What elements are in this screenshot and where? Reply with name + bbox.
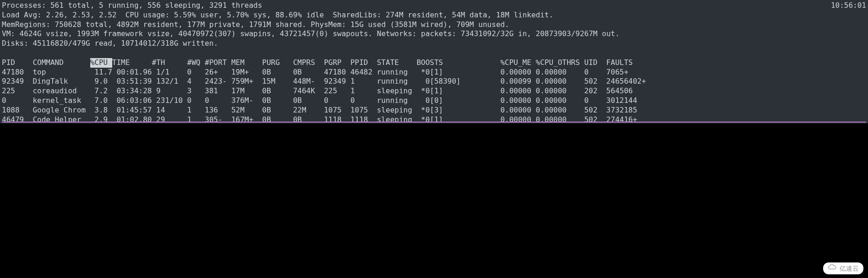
cell-pid: 46479: [2, 115, 33, 122]
clock-time: 10:56:01: [831, 1, 866, 11]
cell-command: kernel_task: [33, 96, 90, 106]
cell-cmprs: 0B: [293, 96, 324, 106]
cell-command: top: [33, 68, 90, 77]
cell-faults: 7065+: [606, 68, 650, 77]
cell-cpuothrs: 0.00000: [536, 96, 584, 106]
cell-pgrp: 92349: [324, 77, 350, 86]
cell-cpu: 2.9: [90, 115, 112, 122]
col-boosts: BOOSTS: [416, 58, 500, 68]
cell-ppid: 46482: [350, 68, 377, 77]
cell-purg: 0B: [262, 96, 293, 106]
cell-boosts: 0[0]: [416, 96, 500, 106]
cell-command: DingTalk: [33, 77, 90, 86]
col-pgrp: PGRP: [324, 58, 350, 68]
process-table-body: 47180top 11.7 00:01.96 1/1026+19M+0B0B47…: [2, 68, 866, 123]
cell-faults: 3012144: [606, 96, 650, 106]
cell-ppid: 1: [350, 77, 377, 86]
cell-pid: 92349: [2, 77, 33, 86]
cell-mem: 167M+: [231, 115, 262, 122]
col-cmprs: CMPRS: [293, 58, 324, 68]
summary-load-cpu: Load Avg: 2.26, 2.53, 2.52 CPU usage: 5.…: [2, 11, 866, 20]
cell-purg: 15M: [262, 77, 293, 86]
cell-pgrp: 1118: [324, 115, 350, 122]
cell-wq: 4: [187, 77, 205, 86]
cell-cmprs: 0B: [293, 115, 324, 122]
cell-pgrp: 1075: [324, 106, 350, 115]
cell-faults: 3732185: [606, 106, 650, 115]
cell-mem: 759M+: [231, 77, 262, 86]
cell-uid: 0: [584, 68, 606, 77]
col-pid: PID: [2, 58, 33, 68]
watermark-text: 亿速云: [840, 264, 859, 273]
cell-pid: 0: [2, 96, 33, 106]
cell-boosts: *0[1]: [416, 68, 500, 77]
cell-time: 03:34:28: [112, 86, 152, 96]
cell-pgrp: 0: [324, 96, 350, 106]
cell-pid: 1088: [2, 106, 33, 115]
cell-pgrp: 225: [324, 86, 350, 96]
cell-th: 14: [152, 106, 187, 115]
cell-cpume: 0.00000: [500, 86, 535, 96]
cell-boosts: *0[1]: [416, 115, 500, 122]
cell-cpu: 3.8: [90, 106, 112, 115]
cell-uid: 0: [584, 96, 606, 106]
cell-wq: 0: [187, 68, 205, 77]
col-wq: #WQ: [187, 58, 205, 68]
cell-cpuothrs: 0.00000: [536, 68, 584, 77]
col-purg: PURG: [262, 58, 293, 68]
cell-faults: 274416+: [606, 115, 650, 122]
cell-mem: 19M+: [231, 68, 262, 77]
table-row: 1088Google Chrom 3.8 01:45:57 14113652M0…: [2, 106, 866, 115]
col-faults: FAULTS: [606, 58, 650, 68]
cell-faults: 24656402+: [606, 77, 650, 86]
cloud-icon: [828, 264, 837, 273]
cell-port: 136: [205, 106, 231, 115]
table-row: 225coreaudiod 7.2 03:34:28 9338117M0B746…: [2, 86, 866, 96]
table-row: 46479Code Helper 2.9 01:02.80 291305-167…: [2, 115, 866, 123]
cell-uid: 502: [584, 77, 606, 86]
cell-cpume: 0.00000: [500, 68, 535, 77]
col-cpu-sorted: %CPU: [90, 58, 112, 68]
cell-state: sleeping: [377, 106, 417, 115]
cell-uid: 502: [584, 115, 606, 122]
cell-port: 0: [205, 96, 231, 106]
cell-th: 9: [152, 86, 187, 96]
table-row: 92349DingTalk 9.0 03:51:39 132/142423-75…: [2, 77, 866, 86]
cell-cpume: 0.00000: [500, 96, 535, 106]
table-row: 0kernel_task 7.0 06:03:06 231/1000376M-0…: [2, 96, 866, 106]
cell-state: running: [377, 68, 417, 77]
blank-line: [2, 48, 866, 58]
cell-ppid: 1: [350, 86, 377, 96]
col-uid: UID: [584, 58, 606, 68]
cell-state: sleeping: [377, 86, 417, 96]
cell-cmprs: 7464K: [293, 86, 324, 96]
cell-pgrp: 47180: [324, 68, 350, 77]
cell-cpu: 7.0: [90, 96, 112, 106]
cell-cpuothrs: 0.00000: [536, 115, 584, 122]
cell-wq: 1: [187, 115, 205, 122]
cell-mem: 52M: [231, 106, 262, 115]
cell-cpu: 11.7: [90, 68, 112, 77]
col-ppid: PPID: [350, 58, 377, 68]
col-mem: MEM: [231, 58, 262, 68]
col-th: #TH: [152, 58, 187, 68]
cell-port: 305-: [205, 115, 231, 122]
cell-port: 2423-: [205, 77, 231, 86]
cell-uid: 502: [584, 106, 606, 115]
summary-processes-line: Processes: 561 total, 5 running, 556 sle…: [2, 1, 866, 11]
cell-port: 381: [205, 86, 231, 96]
cell-th: 231/10: [152, 96, 187, 106]
cell-state: running: [377, 77, 417, 86]
cell-command: coreaudiod: [33, 86, 90, 96]
cell-boosts: *0[3]: [416, 106, 500, 115]
cell-cpume: 0.00000: [500, 115, 535, 122]
cell-cmprs: 448M-: [293, 77, 324, 86]
cell-cpu: 7.2: [90, 86, 112, 96]
cell-purg: 0B: [262, 68, 293, 77]
cell-port: 26+: [205, 68, 231, 77]
cell-wq: 1: [187, 106, 205, 115]
cell-cpu: 9.0: [90, 77, 112, 86]
process-table-header: PID COMMAND %CPU TIME #TH #WQ #PORT MEM …: [2, 58, 866, 68]
cell-cmprs: 22M: [293, 106, 324, 115]
cell-command: Code Helper: [33, 115, 90, 122]
